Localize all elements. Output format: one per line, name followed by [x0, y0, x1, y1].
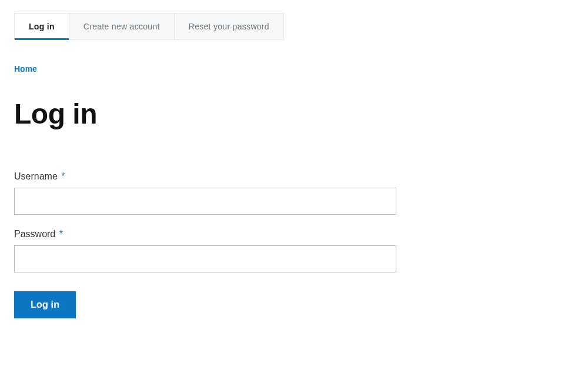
breadcrumb-home-link[interactable]: Home	[14, 64, 37, 74]
login-page: Log in Create new account Reset your pas…	[0, 0, 588, 331]
username-input[interactable]	[14, 188, 396, 215]
username-label-text: Username	[14, 171, 58, 181]
required-marker: *	[59, 229, 63, 239]
username-label: Username *	[14, 171, 574, 182]
required-marker: *	[61, 171, 65, 181]
breadcrumb: Home	[14, 64, 574, 74]
tab-create-account[interactable]: Create new account	[69, 14, 175, 39]
password-label-text: Password	[14, 229, 55, 239]
tab-login-label: Log in	[29, 22, 55, 31]
tab-reset-password-label: Reset your password	[189, 22, 269, 31]
auth-tabs: Log in Create new account Reset your pas…	[14, 13, 284, 40]
password-input[interactable]	[14, 245, 396, 272]
password-group: Password *	[14, 229, 574, 272]
login-button[interactable]: Log in	[14, 291, 76, 318]
password-label: Password *	[14, 229, 574, 239]
tab-login[interactable]: Log in	[15, 14, 69, 39]
tab-reset-password[interactable]: Reset your password	[175, 14, 283, 39]
login-form: Username * Password * Log in	[14, 171, 574, 318]
tab-create-account-label: Create new account	[83, 22, 160, 31]
page-title: Log in	[14, 98, 574, 130]
username-group: Username *	[14, 171, 574, 215]
